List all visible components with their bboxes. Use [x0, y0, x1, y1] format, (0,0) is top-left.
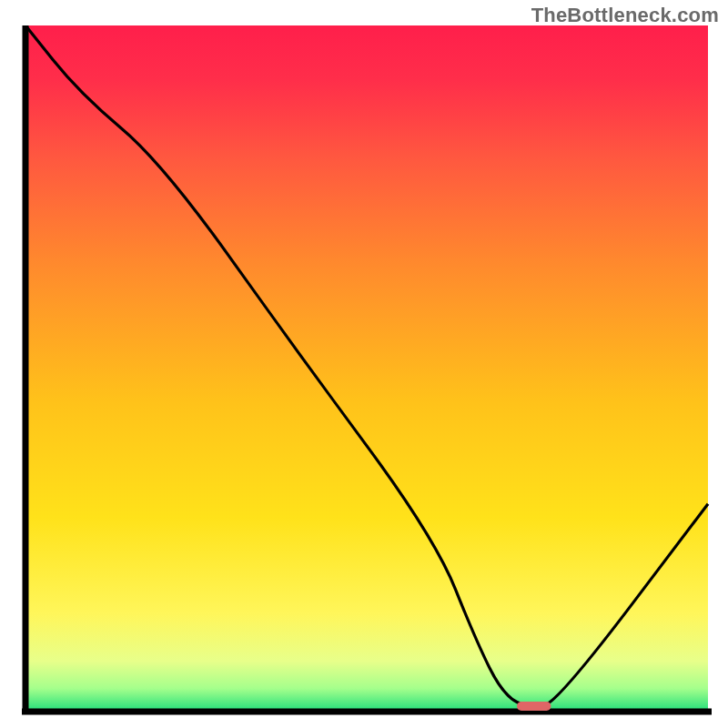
plot-area — [22, 25, 712, 715]
chart-frame: TheBottleneck.com — [0, 0, 728, 728]
optimum-marker — [517, 702, 551, 711]
chart-svg — [22, 25, 712, 715]
gradient-background — [25, 25, 708, 709]
watermark-text: TheBottleneck.com — [531, 4, 719, 27]
